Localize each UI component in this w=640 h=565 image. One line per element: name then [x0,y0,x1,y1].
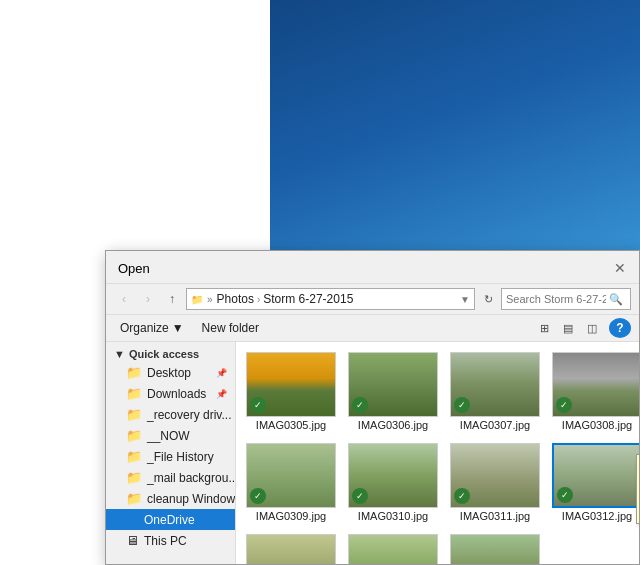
nav-up-button[interactable]: ↑ [162,289,182,309]
cleanup-folder-icon: 📁 [126,491,142,506]
dialog-organize-toolbar: Organize ▼ New folder ⊞ ▤ ◫ ? [106,315,639,342]
path-root: Photos [217,292,254,306]
file-name-0311: IMAG0311.jpg [460,510,530,522]
path-separator-1: › [257,294,260,305]
file-thumbnail-0307: ✓ [450,352,540,417]
path-folder: Storm 6-27-2015 [263,292,353,306]
sidebar-item-label: _File History [147,450,214,464]
mail-folder-icon: 📁 [126,470,142,485]
open-dialog: Open ✕ ‹ › ↑ 📁 » Photos › Storm 6-27-201… [105,250,640,565]
sidebar-item-label: __NOW [147,429,190,443]
sidebar-item-file-history[interactable]: 📁 _File History [106,446,235,467]
file-check-0306: ✓ [352,397,368,413]
view-buttons: ⊞ ▤ ◫ [533,318,603,338]
file-thumbnail-0310: ✓ [348,443,438,508]
file-thumbnail-0309: ✓ [246,443,336,508]
dialog-close-button[interactable]: ✕ [611,259,629,277]
nav-forward-button[interactable]: › [138,289,158,309]
file-check-0312: ✓ [557,487,573,503]
dialog-nav-toolbar: ‹ › ↑ 📁 » Photos › Storm 6-27-2015 ▼ ↻ 🔍 [106,284,639,315]
address-expand-arrow: ▼ [460,294,470,305]
file-name-0307: IMAG0307.jpg [460,419,530,431]
quick-access-arrow: ▼ [114,348,125,360]
file-check-0307: ✓ [454,397,470,413]
help-button[interactable]: ? [609,318,631,338]
file-item-0309[interactable]: ✓ IMAG0309.jpg [242,439,340,526]
sidebar-item-label: This PC [144,534,187,548]
file-item-0314[interactable]: ✓ IMAG0314.jpg [344,530,442,564]
file-thumbnail-0308: ✓ [552,352,639,417]
file-thumbnail-0312: ✓ [552,443,639,508]
view-preview-button[interactable]: ◫ [581,318,603,338]
sidebar-item-mail-bg[interactable]: 📁 _mail backgrou... [106,467,235,488]
nav-back-button[interactable]: ‹ [114,289,134,309]
address-bar[interactable]: 📁 » Photos › Storm 6-27-2015 ▼ [186,288,475,310]
file-item-0315[interactable]: ✓ IMAG0315.jpg [446,530,544,564]
desktop-folder-icon: 📁 [126,365,142,380]
history-folder-icon: 📁 [126,449,142,464]
files-grid: ✓ IMAG0305.jpg ✓ IMAG0306.jpg ✓ IMAG0307… [242,348,633,564]
organize-button[interactable]: Organize ▼ [114,319,190,337]
file-name-0309: IMAG0309.jpg [256,510,326,522]
address-dropdown-arrow: » [207,294,213,305]
sidebar-item-label: Desktop [147,366,191,380]
file-check-0305: ✓ [250,397,266,413]
sidebar-item-onedrive[interactable]: ☁ OneDrive [106,509,235,530]
onedrive-icon: ☁ [126,512,139,527]
sidebar-item-recovery[interactable]: 📁 _recovery driv... [106,404,235,425]
sidebar-item-this-pc[interactable]: 🖥 This PC [106,530,235,551]
file-tooltip-0312: 6/27/2015 3:55 P... Located 2688 x 1520 … [636,454,639,524]
file-item-0306[interactable]: ✓ IMAG0306.jpg [344,348,442,435]
sidebar-item-desktop[interactable]: 📁 Desktop 📌 [106,362,235,383]
file-name-0305: IMAG0305.jpg [256,419,326,431]
file-check-0309: ✓ [250,488,266,504]
quick-access-header[interactable]: ▼ Quick access [106,346,235,362]
file-thumbnail-0315: ✓ [450,534,540,564]
dialog-sidebar: ▼ Quick access 📁 Desktop 📌 📁 Downloads 📌… [106,342,236,564]
now-folder-icon: 📁 [126,428,142,443]
sidebar-item-label: Downloads [147,387,206,401]
organize-arrow: ▼ [172,321,184,335]
dialog-title: Open [118,261,150,276]
dialog-titlebar: Open ✕ [106,251,639,284]
sidebar-item-label: OneDrive [144,513,195,527]
refresh-button[interactable]: ↻ [479,290,497,308]
dialog-files-area: ✓ IMAG0305.jpg ✓ IMAG0306.jpg ✓ IMAG0307… [236,342,639,564]
file-thumbnail-0306: ✓ [348,352,438,417]
organize-label: Organize [120,321,169,335]
new-folder-button[interactable]: New folder [196,319,265,337]
file-thumbnail-0313: ✓ [246,534,336,564]
file-item-0313[interactable]: ✓ IMAG0313.jpg [242,530,340,564]
pin-icon: 📌 [216,368,227,378]
quick-access-label: Quick access [129,348,199,360]
search-box[interactable]: 🔍 [501,288,631,310]
file-name-0310: IMAG0310.jpg [358,510,428,522]
file-name-0312: IMAG0312.jpg [562,510,632,522]
sidebar-item-label: _mail backgrou... [147,471,235,485]
file-thumbnail-0314: ✓ [348,534,438,564]
search-input[interactable] [506,293,606,305]
pc-icon: 🖥 [126,533,139,548]
file-item-0310[interactable]: ✓ IMAG0310.jpg [344,439,442,526]
file-item-0311[interactable]: ✓ IMAG0311.jpg [446,439,544,526]
file-item-0307[interactable]: ✓ IMAG0307.jpg [446,348,544,435]
sidebar-item-label: _recovery driv... [147,408,231,422]
address-path: Photos › Storm 6-27-2015 [217,292,354,306]
file-item-0305[interactable]: ✓ IMAG0305.jpg [242,348,340,435]
pin-icon: 📌 [216,389,227,399]
file-thumbnail-0305: ✓ [246,352,336,417]
sidebar-item-label: cleanup Window... [147,492,235,506]
file-thumbnail-0311: ✓ [450,443,540,508]
sidebar-item-cleanup[interactable]: 📁 cleanup Window... [106,488,235,509]
sidebar-item-now[interactable]: 📁 __NOW [106,425,235,446]
file-name-0306: IMAG0306.jpg [358,419,428,431]
view-large-icons-button[interactable]: ⊞ [533,318,555,338]
file-check-0308: ✓ [556,397,572,413]
file-check-0310: ✓ [352,488,368,504]
downloads-folder-icon: 📁 [126,386,142,401]
search-icon: 🔍 [609,293,623,306]
sidebar-item-downloads[interactable]: 📁 Downloads 📌 [106,383,235,404]
file-item-0308[interactable]: ✓ IMAG0308.jpg [548,348,639,435]
file-item-0312[interactable]: ✓ IMAG0312.jpg 6/27/2015 3:55 P... Locat… [548,439,639,526]
view-details-button[interactable]: ▤ [557,318,579,338]
